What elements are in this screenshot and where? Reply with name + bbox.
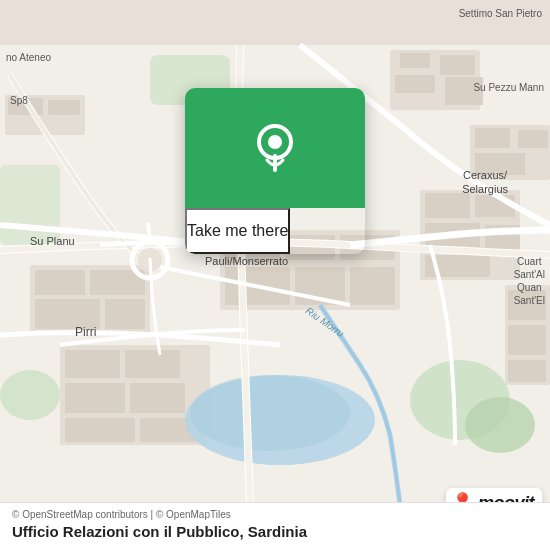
svg-rect-31: [105, 299, 145, 329]
svg-point-48: [190, 375, 350, 451]
map-svg: [0, 0, 550, 550]
svg-point-43: [465, 397, 535, 453]
svg-rect-3: [440, 55, 475, 75]
label-su-pezzu-mann: Su Pezzu Mann: [473, 82, 544, 93]
take-me-there-button[interactable]: Take me there: [185, 208, 290, 254]
svg-rect-4: [395, 75, 435, 93]
location-popup: Take me there: [185, 88, 365, 254]
svg-rect-19: [508, 360, 546, 382]
svg-rect-41: [48, 100, 80, 115]
svg-rect-36: [130, 383, 185, 413]
popup-green-background: [185, 88, 365, 208]
svg-rect-11: [425, 193, 470, 218]
svg-rect-33: [65, 350, 120, 378]
svg-point-44: [0, 370, 60, 420]
map-container: Settimo San Pietro Su Pezzu Mann Ceraxus…: [0, 0, 550, 550]
label-pauli-monserrato: Pauli/Monserrato: [205, 255, 288, 267]
bottom-info-bar: © OpenStreetMap contributors | © OpenMap…: [0, 502, 550, 550]
svg-point-52: [268, 135, 282, 149]
location-pin-icon: [247, 120, 303, 176]
svg-rect-18: [508, 325, 546, 355]
location-title: Ufficio Relazioni con il Pubblico, Sardi…: [12, 523, 538, 540]
label-pirri: Pirri: [75, 325, 96, 339]
svg-rect-26: [350, 267, 395, 305]
map-attribution: © OpenStreetMap contributors | © OpenMap…: [12, 509, 538, 520]
svg-rect-8: [518, 130, 548, 148]
label-cuart: CuartSant'AlQuanSant'El: [514, 255, 545, 307]
svg-rect-35: [65, 383, 125, 413]
svg-rect-2: [400, 53, 430, 68]
svg-rect-37: [65, 418, 135, 442]
svg-rect-34: [125, 350, 180, 378]
label-no-ateneo: no Ateneo: [6, 52, 51, 63]
svg-rect-46: [0, 165, 60, 245]
label-sp8: Sp8: [10, 95, 28, 106]
label-ceraxus-selargius: Ceraxus/Selargius: [462, 168, 508, 197]
svg-rect-7: [475, 128, 510, 148]
label-su-planu: Su Planu: [30, 235, 75, 247]
svg-rect-28: [35, 270, 85, 295]
label-settimo-san-pietro: Settimo San Pietro: [459, 8, 542, 19]
